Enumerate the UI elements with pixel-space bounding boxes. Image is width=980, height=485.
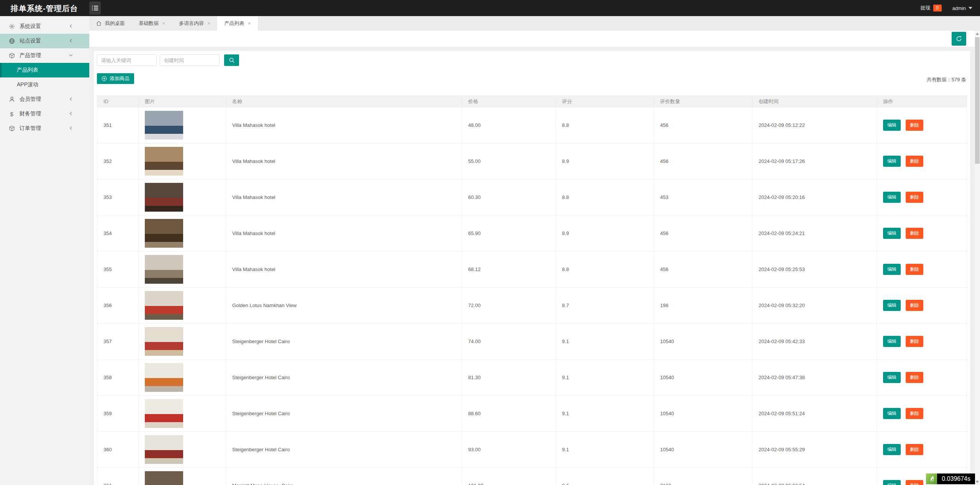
table-row: 360Steigenberger Hotel Cairo93.009.11054… (97, 432, 967, 468)
product-photo (145, 291, 183, 320)
vertical-scrollbar[interactable] (975, 31, 980, 485)
sidebar-item-label: 财务管理 (20, 110, 41, 117)
cell-actions: 编辑删除 (877, 252, 967, 288)
edit-button[interactable]: 编辑 (883, 444, 901, 455)
sidebar-item-system-settings[interactable]: 系统设置 (0, 19, 89, 34)
tab-multilanguage[interactable]: 多语言内容 × (172, 16, 217, 31)
delete-button[interactable]: 删除 (906, 156, 923, 167)
sidebar-item-app-scroll[interactable]: APP滚动 (0, 77, 89, 92)
tab-my-desktop[interactable]: 我的桌面 (89, 16, 132, 31)
sidebar-toggle-button[interactable] (89, 2, 101, 15)
chevron-left-icon (69, 38, 73, 43)
finance-icon: $ (8, 111, 15, 117)
scrollbar-up-arrow[interactable] (975, 31, 980, 37)
cell-reviews: 456 (654, 252, 752, 288)
cell-id: 361 (97, 468, 139, 485)
edit-button[interactable]: 编辑 (883, 480, 901, 485)
delete-button[interactable]: 删除 (906, 372, 923, 383)
delete-button[interactable]: 删除 (906, 444, 923, 455)
table-row: 358Steigenberger Hotel Cairo81.309.11054… (97, 360, 967, 396)
cell-reviews: 456 (654, 143, 752, 179)
delete-button[interactable]: 删除 (906, 264, 923, 275)
delete-button[interactable]: 删除 (906, 228, 923, 239)
cell-price: 55.00 (462, 143, 556, 179)
cell-score: 9.1 (556, 360, 654, 396)
cell-name: Steigenberger Hotel Cairo (226, 360, 462, 396)
sidebar-item-label: 会员管理 (20, 96, 41, 103)
delete-button[interactable]: 删除 (906, 480, 923, 485)
edit-button[interactable]: 编辑 (883, 372, 901, 383)
scrollbar-thumb[interactable] (975, 37, 980, 164)
cell-name: Steigenberger Hotel Cairo (226, 432, 462, 468)
sidebar-item-member-management[interactable]: 会员管理 (0, 92, 89, 107)
delete-button[interactable]: 删除 (906, 192, 923, 203)
close-icon[interactable]: × (247, 21, 251, 26)
edit-button[interactable]: 编辑 (883, 192, 901, 203)
tab-basic-data[interactable]: 基础数据 × (132, 16, 172, 31)
delete-button[interactable]: 删除 (906, 336, 923, 347)
search-button[interactable] (224, 54, 239, 66)
cell-created: 2024-02-09 05:47:38 (752, 360, 877, 396)
search-icon (229, 57, 235, 63)
tab-bar: 我的桌面 基础数据 × 多语言内容 × 产品列表 × (89, 16, 980, 31)
delete-button[interactable]: 删除 (906, 120, 923, 131)
leaf-icon (926, 473, 937, 484)
cell-name: Villa Mahasok hotel (226, 107, 462, 143)
created-time-input[interactable] (160, 54, 220, 66)
sidebar-item-site-settings[interactable]: 站点设置 (0, 34, 89, 48)
admin-dropdown[interactable]: admin (952, 5, 972, 11)
cell-price: 72.00 (462, 288, 556, 324)
edit-button[interactable]: 编辑 (883, 408, 901, 419)
content-toolbar (89, 31, 975, 47)
sidebar-item-product-management[interactable]: 产品管理 (0, 48, 89, 63)
cell-score: 8.8 (556, 179, 654, 215)
edit-button[interactable]: 编辑 (883, 300, 901, 311)
tab-product-list[interactable]: 产品列表 × (217, 16, 257, 31)
edit-button[interactable]: 编辑 (883, 336, 901, 347)
edit-button[interactable]: 编辑 (883, 120, 901, 131)
table-row: 353Villa Mahasok hotel60.308.84532024-02… (97, 179, 967, 215)
cell-score: 8.7 (556, 288, 654, 324)
chevron-down-icon (69, 53, 73, 58)
scrollbar-down-arrow[interactable] (975, 479, 980, 485)
refresh-button[interactable] (952, 32, 966, 46)
cell-actions: 编辑删除 (877, 179, 967, 215)
product-photo (145, 183, 183, 212)
withdraw-label: 提现 (921, 5, 931, 12)
cell-id: 357 (97, 324, 139, 360)
withdraw-count-badge: 0 (933, 5, 942, 12)
cell-created: 2024-02-09 05:51:24 (752, 396, 877, 432)
delete-button[interactable]: 删除 (906, 408, 923, 419)
cell-reviews: 2168 (654, 468, 752, 485)
triangle-down-icon (976, 481, 979, 483)
cell-name: Steigenberger Hotel Cairo (226, 396, 462, 432)
product-photo (145, 399, 183, 428)
column-header-price: 价格 (462, 96, 556, 107)
sidebar-item-order-management[interactable]: 订单管理 (0, 121, 89, 136)
keyword-input[interactable] (97, 54, 157, 66)
delete-button[interactable]: 删除 (906, 300, 923, 311)
edit-button[interactable]: 编辑 (883, 228, 901, 239)
edit-button[interactable]: 编辑 (883, 156, 901, 167)
close-icon[interactable]: × (207, 21, 210, 26)
edit-button[interactable]: 编辑 (883, 264, 901, 275)
exec-time: 0.039674s (937, 473, 975, 484)
product-photo (145, 255, 183, 284)
cell-score: 8.8 (556, 252, 654, 288)
cell-actions: 编辑删除 (877, 432, 967, 468)
cell-actions: 编辑删除 (877, 396, 967, 432)
site-icon (8, 38, 15, 44)
tab-label: 我的桌面 (105, 20, 125, 27)
sidebar-item-product-list[interactable]: 产品列表 (0, 63, 89, 77)
tab-label: 产品列表 (224, 20, 244, 27)
sidebar-item-finance-management[interactable]: $ 财务管理 (0, 107, 89, 121)
close-icon[interactable]: × (162, 21, 165, 26)
tab-label: 基础数据 (139, 20, 159, 27)
add-product-button[interactable]: 添加商品 (97, 73, 134, 84)
cell-reviews: 10540 (654, 324, 752, 360)
cell-image (139, 324, 226, 360)
withdraw-link[interactable]: 提现 0 (921, 5, 942, 12)
cell-actions: 编辑删除 (877, 288, 967, 324)
cell-id: 359 (97, 396, 139, 432)
cell-created: 2024-02-09 06:02:54 (752, 468, 877, 485)
